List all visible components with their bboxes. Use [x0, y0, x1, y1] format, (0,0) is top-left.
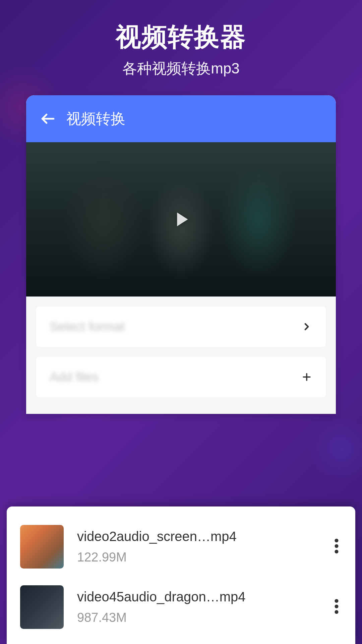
arrow-left-icon — [40, 110, 56, 127]
svg-point-6 — [335, 599, 339, 603]
file-info: video45audio_dragon…mp4 987.43M — [77, 589, 318, 625]
add-files-label: Add files — [50, 370, 99, 384]
file-thumbnail — [20, 525, 64, 569]
svg-point-7 — [335, 605, 339, 608]
play-icon — [169, 208, 193, 231]
chevron-right-icon — [301, 321, 312, 332]
promo-header: 视频转换器 各种视频转换mp3 — [0, 0, 362, 95]
page-title: 视频转换器 — [0, 20, 362, 55]
back-button[interactable] — [40, 110, 56, 127]
card-title: 视频转换 — [66, 109, 125, 129]
file-list-panel: video2audio_screen…mp4 122.99M video45au… — [7, 506, 355, 644]
file-thumbnail — [20, 585, 64, 629]
select-format-label: Select format — [50, 320, 125, 334]
file-name: video2audio_screen…mp4 — [77, 529, 318, 544]
file-item[interactable]: video2audio_screen…mp4 122.99M — [7, 517, 355, 577]
options-area: Select format Add files — [26, 297, 336, 414]
svg-point-3 — [335, 539, 339, 542]
file-item[interactable]: video45audio_dragon…mp4 987.43M — [7, 577, 355, 637]
select-format-row[interactable]: Select format — [36, 307, 326, 347]
video-preview[interactable] — [26, 142, 336, 297]
converter-card: 视频转换 Select format Add files — [26, 95, 336, 414]
svg-point-5 — [335, 550, 339, 553]
file-size: 122.99M — [77, 550, 318, 565]
add-files-row[interactable]: Add files — [36, 357, 326, 397]
file-info: video2audio_screen…mp4 122.99M — [77, 529, 318, 565]
svg-point-8 — [335, 610, 339, 614]
file-size: 987.43M — [77, 610, 318, 625]
file-menu-button[interactable] — [331, 532, 342, 561]
plus-icon — [301, 371, 312, 383]
more-vertical-icon — [335, 599, 339, 614]
file-menu-button[interactable] — [331, 592, 342, 622]
page-subtitle: 各种视频转换mp3 — [0, 59, 362, 78]
play-button[interactable] — [164, 203, 198, 236]
more-vertical-icon — [335, 539, 339, 553]
svg-point-4 — [335, 544, 339, 548]
card-toolbar: 视频转换 — [26, 95, 336, 142]
file-name: video45audio_dragon…mp4 — [77, 589, 318, 604]
